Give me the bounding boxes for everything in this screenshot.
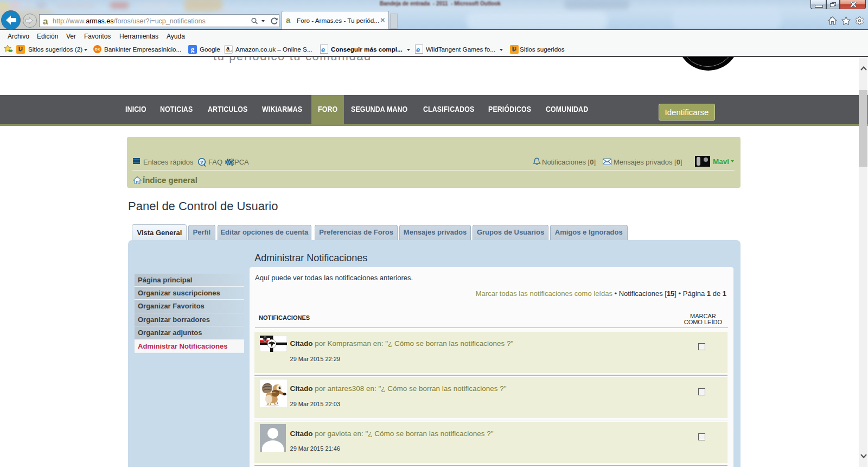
svg-text:?: ? bbox=[200, 159, 203, 165]
